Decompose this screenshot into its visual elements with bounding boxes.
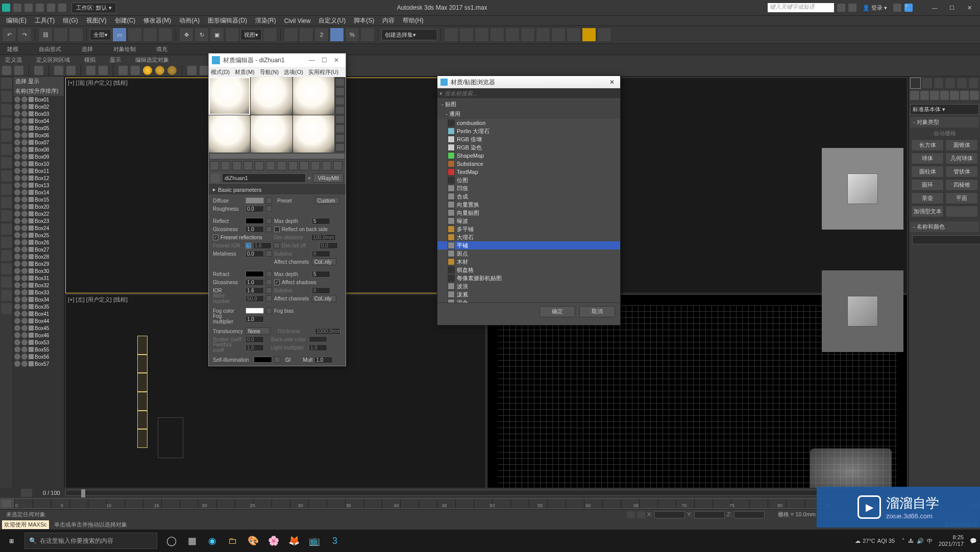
rotate-icon[interactable]: ↻: [194, 28, 209, 42]
exchange-icon[interactable]: [837, 4, 845, 12]
freeze-icon[interactable]: [21, 361, 28, 367]
undo-icon[interactable]: ↶: [2, 28, 16, 42]
z-coord-input[interactable]: [734, 511, 765, 518]
light-mult-spinner[interactable]: 1.0: [309, 344, 327, 351]
fog-color-swatch[interactable]: [246, 308, 264, 314]
taskbar-search[interactable]: 🔍 在这里输入你要搜索的内容: [24, 533, 157, 549]
basic-params-rollout[interactable]: ▸ Basic parameters: [209, 185, 346, 194]
subribbon-item[interactable]: 显示: [107, 56, 124, 64]
map-tree-item[interactable]: 棋盘格: [437, 266, 620, 274]
task-view-icon[interactable]: ◯: [162, 532, 181, 550]
visibility-icon[interactable]: [14, 168, 20, 174]
freeze-icon[interactable]: [21, 318, 28, 324]
select-by-name-icon[interactable]: [128, 28, 142, 42]
scene-item[interactable]: Box44: [13, 317, 64, 324]
scene-item[interactable]: Box33: [13, 289, 64, 296]
freeze-icon[interactable]: [21, 289, 28, 295]
put-to-lib-icon[interactable]: [277, 161, 286, 170]
freeze-icon[interactable]: [21, 175, 28, 181]
scene-item[interactable]: Box55: [13, 346, 64, 353]
freeze-icon[interactable]: [21, 332, 28, 338]
map-tree-item[interactable]: 向量置换: [437, 200, 620, 209]
favorite-icon[interactable]: [848, 4, 856, 12]
material-slot-2[interactable]: [251, 77, 292, 115]
new-icon[interactable]: [13, 4, 21, 12]
self-illum-map-button[interactable]: [274, 357, 280, 363]
go-sibling-icon[interactable]: [333, 161, 342, 170]
visibility-icon[interactable]: [14, 196, 20, 203]
cameras-icon[interactable]: [940, 91, 949, 100]
freeze-icon[interactable]: [21, 196, 28, 203]
keyboard-shortcut-icon[interactable]: [299, 28, 313, 42]
idle-area-icon[interactable]: [54, 66, 63, 75]
layer-icon[interactable]: [475, 28, 489, 42]
viewport-top-label[interactable]: [+] [顶] [用户定义] [线框]: [68, 79, 128, 87]
make-copy-icon[interactable]: [255, 161, 264, 170]
visibility-icon[interactable]: [14, 182, 20, 188]
fog-mult-spinner[interactable]: 1.0: [246, 316, 264, 322]
visibility-icon[interactable]: [14, 275, 20, 281]
snap-angle-icon[interactable]: [330, 28, 344, 42]
map-tree-item[interactable]: 多平铺: [437, 225, 620, 233]
freeze-icon[interactable]: [21, 254, 28, 260]
menu-item[interactable]: 创建(C): [111, 15, 140, 26]
redo-icon[interactable]: ↷: [17, 28, 32, 42]
gloss-f-spinner[interactable]: 1.0: [246, 279, 264, 286]
object-type-button[interactable]: 平面: [945, 192, 978, 204]
map-tree-item[interactable]: 大理石: [437, 233, 620, 241]
fwdbck-spinner[interactable]: 1.0: [246, 344, 264, 351]
gloss-f-map-button[interactable]: [266, 279, 272, 285]
time-slider[interactable]: [65, 490, 914, 496]
help-search-input[interactable]: 键入关键字或短语: [768, 3, 834, 12]
map-tree-item[interactable]: 凹痕: [437, 184, 620, 192]
visibility-icon[interactable]: [14, 332, 20, 338]
object-type-button[interactable]: 管状体: [945, 166, 978, 178]
delete-people-icon[interactable]: [200, 66, 209, 75]
menu-item[interactable]: 渲染(R): [251, 15, 280, 26]
scene-item[interactable]: Box09: [13, 153, 64, 160]
freeze-icon[interactable]: [21, 168, 28, 174]
subribbon-item[interactable]: 定义流: [2, 56, 25, 64]
material-slot-6[interactable]: [293, 115, 334, 153]
visibility-icon[interactable]: [14, 325, 20, 331]
xref-filter-icon[interactable]: [1, 196, 13, 209]
slot-scrollbar[interactable]: [210, 154, 345, 159]
visibility-icon[interactable]: [14, 261, 20, 267]
freeze-icon[interactable]: [21, 296, 28, 303]
tray-chevron-icon[interactable]: ˄: [902, 538, 905, 544]
simulate-icon[interactable]: [86, 66, 95, 75]
ribbon-tab[interactable]: 填充: [151, 44, 173, 54]
volume-icon[interactable]: 🔊: [917, 538, 924, 544]
freeze-icon[interactable]: [21, 275, 28, 281]
visibility-icon[interactable]: [14, 211, 20, 217]
visibility-icon[interactable]: [14, 354, 20, 360]
affect-shadows-check[interactable]: ✓: [274, 280, 280, 285]
freeze-icon[interactable]: [21, 146, 28, 153]
dimdist-spinner[interactable]: 100.0mm: [311, 234, 336, 241]
window-crossing-icon[interactable]: [158, 28, 173, 42]
scene-item[interactable]: Box07: [13, 139, 64, 146]
cloud-icon[interactable]: [14, 66, 23, 75]
scene-item[interactable]: Box06: [13, 132, 64, 139]
map-tree-item[interactable]: 位图: [437, 176, 620, 184]
scene-item[interactable]: Box57: [13, 360, 64, 367]
scene-item[interactable]: Box03: [13, 110, 64, 117]
object-type-button[interactable]: 圆柱体: [911, 166, 944, 178]
material-slot-3[interactable]: [293, 77, 334, 115]
tree-category-maps[interactable]: - 贴图: [437, 99, 620, 109]
visibility-icon[interactable]: [14, 304, 20, 310]
map-tree-item[interactable]: RGB 染色: [437, 143, 620, 152]
object-type-button[interactable]: 茶壶: [911, 192, 944, 204]
roughness-spinner[interactable]: 0.0: [246, 206, 264, 212]
spinner-snap-icon[interactable]: [360, 28, 375, 42]
go-parent-icon[interactable]: [322, 161, 331, 170]
scene-item[interactable]: Box23: [13, 217, 64, 224]
maximize-button[interactable]: ☐: [943, 2, 961, 14]
material-slot-4[interactable]: [209, 115, 250, 153]
map-tree-item[interactable]: 木材: [437, 258, 620, 266]
freeze-icon[interactable]: [21, 154, 28, 160]
create-tab-icon[interactable]: [910, 78, 921, 89]
subribbon-item[interactable]: 模拟: [81, 56, 99, 64]
ior-spinner[interactable]: 1.6: [246, 287, 264, 294]
exp1-icon[interactable]: [1, 263, 13, 275]
